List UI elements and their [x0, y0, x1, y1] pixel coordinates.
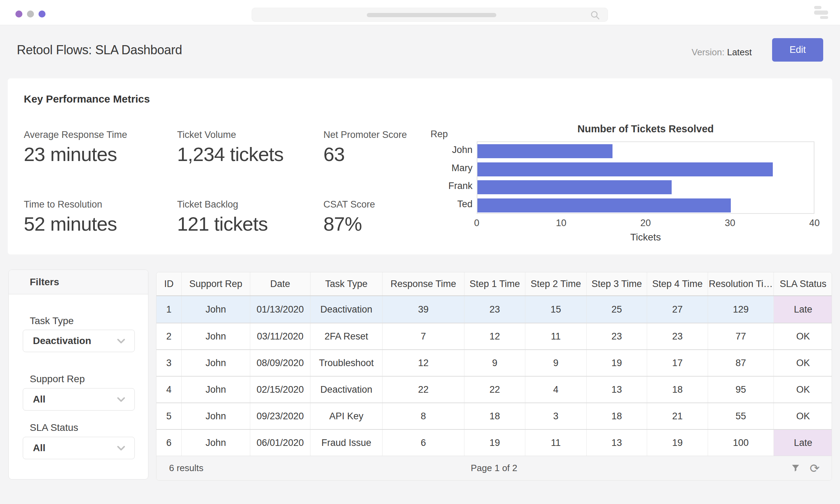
flow-menu-icon[interactable] [814, 6, 829, 19]
filter-icon[interactable] [790, 463, 801, 474]
table-cell: 18 [647, 377, 708, 402]
table-row[interactable]: 4John02/15/2020Deactivation22224131895OK [156, 376, 832, 402]
chart-x-tick: 10 [547, 218, 575, 229]
column-header[interactable]: ID [156, 272, 182, 295]
page-header: Retool Flows: SLA Dashboard Version: Lat… [0, 25, 840, 78]
table-cell: 129 [708, 296, 774, 323]
chevron-down-icon [117, 335, 125, 346]
column-header[interactable]: Response Time [383, 272, 464, 295]
column-header[interactable]: SLA Status [774, 272, 832, 295]
column-header[interactable]: Task Type [310, 272, 383, 295]
chevron-down-icon [117, 394, 125, 405]
column-header[interactable]: Date [250, 272, 310, 295]
pagination-label: Page 1 of 2 [156, 463, 832, 474]
column-header[interactable]: Support Rep [182, 272, 250, 295]
task-type-label: Task Type [30, 315, 74, 327]
column-header[interactable]: Step 1 Time [464, 272, 525, 295]
sla-status-cell: OK [774, 323, 832, 349]
table-cell: 27 [647, 296, 708, 323]
kpi-value: 1,234 tickets [177, 143, 324, 166]
chart-x-tick: 40 [800, 218, 828, 229]
search-icon [590, 10, 600, 21]
column-header[interactable]: Step 3 Time [587, 272, 647, 295]
column-header[interactable]: Step 4 Time [647, 272, 708, 295]
search-input[interactable] [252, 8, 608, 22]
table-cell: 95 [708, 377, 774, 402]
table-cell: 39 [383, 296, 464, 323]
support-rep-select[interactable]: All [23, 388, 135, 411]
table-cell: John [182, 430, 250, 456]
chart-bar-john [477, 144, 612, 158]
table-cell: 2 [156, 323, 182, 349]
column-header[interactable]: Step 2 Time [525, 272, 587, 295]
table-cell: 19 [647, 430, 708, 456]
table-cell: 9 [464, 350, 525, 376]
table-cell: 5 [156, 403, 182, 429]
sla-status-label: SLA Status [30, 422, 78, 433]
table-cell: API Key [310, 403, 383, 429]
task-type-select[interactable]: Deactivation [23, 330, 135, 352]
refresh-icon[interactable]: ⟳ [810, 462, 820, 474]
table-cell: 17 [647, 350, 708, 376]
chart-category-label: Mary [430, 163, 472, 174]
sla-status-cell: Late [774, 430, 832, 456]
table-row[interactable]: 2John03/11/20202FA Reset71211232377OK [156, 323, 832, 349]
table-row[interactable]: 6John06/01/2020Fraud Issue619111319100La… [156, 429, 832, 456]
table-cell: 22 [464, 377, 525, 402]
edit-button[interactable]: Edit [772, 38, 823, 62]
bar-chart-plot-area [477, 141, 814, 214]
table-cell: 12 [464, 323, 525, 349]
table-cell: 4 [156, 377, 182, 402]
table-cell: Deactivation [310, 296, 383, 323]
window-dot-1 [15, 10, 22, 18]
table-cell: 21 [647, 403, 708, 429]
kpi-label: Average Response Time [24, 130, 171, 140]
kpi-value: 121 tickets [177, 212, 324, 235]
filters-panel: Filters Task TypeDeactivationSupport Rep… [8, 270, 148, 479]
kpi-label: Ticket Backlog [177, 199, 324, 210]
table-cell: 87 [708, 350, 774, 376]
table-cell: 06/01/2020 [250, 430, 310, 456]
chart-x-tick: 0 [463, 218, 491, 229]
table-row[interactable]: 3John08/09/2020Troubleshoot1299191787OK [156, 349, 832, 376]
table-cell: 3 [525, 403, 587, 429]
table-cell: 6 [156, 430, 182, 456]
kpi-value: 87% [323, 212, 470, 235]
table-cell: 4 [525, 377, 587, 402]
table-cell: 9 [525, 350, 587, 376]
chart-x-axis-label: Tickets [477, 232, 814, 243]
table-cell: 55 [708, 403, 774, 429]
key-performance-metrics-card: Key Performance Metrics Average Response… [8, 78, 832, 254]
table-cell: Troubleshoot [310, 350, 383, 376]
chart-bar-mary [477, 162, 773, 176]
kpi-label: Time to Resolution [24, 199, 171, 210]
table-cell: 22 [383, 377, 464, 402]
table-cell: 18 [464, 403, 525, 429]
table-cell: 01/13/2020 [250, 296, 310, 323]
sla-status-select[interactable]: All [23, 437, 135, 459]
table-cell: 3 [156, 350, 182, 376]
chart-y-axis-label: Rep [430, 129, 472, 140]
kpi-label: Ticket Volume [177, 130, 324, 140]
chart-category-label: Ted [430, 199, 472, 210]
sla-status-value: All [33, 442, 46, 454]
window-dot-2 [27, 10, 34, 18]
chart-category-label: John [430, 145, 472, 155]
table-cell: 08/09/2020 [250, 350, 310, 376]
table-cell: 19 [464, 430, 525, 456]
table-cell: 09/23/2020 [250, 403, 310, 429]
table-row[interactable]: 1John01/13/2020Deactivation3923152527129… [156, 296, 832, 323]
chart-bar-frank [477, 180, 672, 194]
table-cell: 7 [383, 323, 464, 349]
sla-table: IDSupport RepDateTask TypeResponse TimeS… [156, 272, 832, 481]
column-header[interactable]: Resolution Ti… [708, 272, 774, 295]
table-cell: 23 [464, 296, 525, 323]
table-cell: Deactivation [310, 377, 383, 402]
filters-panel-title: Filters [9, 270, 148, 294]
table-cell: 13 [587, 430, 647, 456]
version-info: Version: Latest [692, 47, 752, 58]
table-row[interactable]: 5John09/23/2020API Key8183182155OK [156, 402, 832, 429]
version-value: Latest [727, 47, 752, 57]
version-label: Version: [692, 47, 724, 57]
table-cell: 12 [383, 350, 464, 376]
